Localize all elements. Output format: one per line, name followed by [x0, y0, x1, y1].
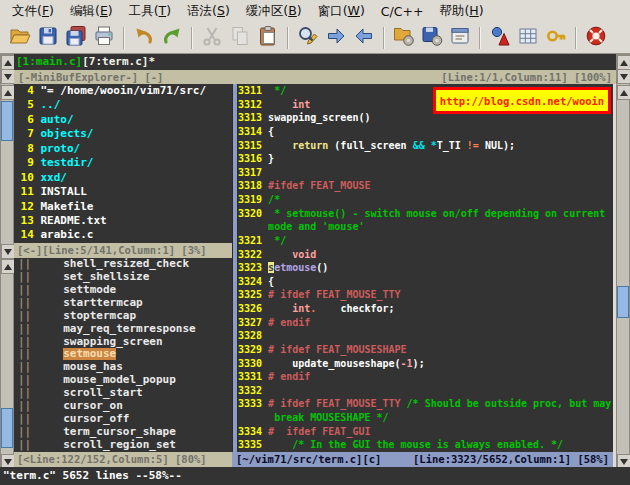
- taglist-item[interactable]: ||setmouse: [14, 348, 232, 361]
- explorer-entry[interactable]: 12 Makefile: [14, 200, 232, 214]
- save-session-button[interactable]: [418, 24, 446, 51]
- find-next-button[interactable]: [322, 24, 350, 51]
- scroll-down-icon[interactable]: [1, 244, 15, 259]
- explorer-entry[interactable]: 4 "= /home/wooin/vim71/src/: [14, 84, 232, 98]
- open-button[interactable]: [6, 24, 34, 51]
- code-line[interactable]: 3326 int. checkfor;: [238, 302, 613, 316]
- code-line[interactable]: 3321 */: [238, 234, 613, 248]
- left-scrollbar[interactable]: [0, 54, 14, 468]
- load-session-icon: [392, 24, 416, 52]
- file-name: arabic.c: [41, 228, 94, 241]
- line-number: 5: [14, 98, 41, 111]
- taglist-item[interactable]: ||may_req_termresponse: [14, 323, 232, 336]
- taglist-item[interactable]: ||scroll_start: [14, 387, 232, 400]
- taglist-item[interactable]: ||shell_resized_check: [14, 258, 232, 271]
- buffer-tab[interactable]: [1:main.c]: [16, 55, 82, 68]
- paste-button[interactable]: [254, 24, 282, 51]
- make-button[interactable]: [486, 24, 514, 51]
- help-button[interactable]: [582, 24, 610, 51]
- explorer-entry[interactable]: 9 testdir/: [14, 156, 232, 170]
- menu-item-s[interactable]: 语法(S): [179, 1, 238, 22]
- undo-button[interactable]: [130, 24, 158, 51]
- scroll-up-icon[interactable]: [1, 55, 15, 70]
- scrollbar-thumb[interactable]: [1, 408, 13, 448]
- line-number: 3326: [238, 303, 268, 314]
- code-line[interactable]: 3328: [238, 329, 613, 343]
- scrollbar-thumb[interactable]: [1, 101, 13, 141]
- scroll-up-icon[interactable]: [1, 259, 15, 274]
- build-tags-button[interactable]: [514, 24, 542, 51]
- find-prev-button[interactable]: [350, 24, 378, 51]
- code-line[interactable]: 3325 # ifdef FEAT_MOUSE_TTY: [238, 288, 613, 302]
- explorer-entry[interactable]: 6 auto/: [14, 113, 232, 127]
- code-line-wrap[interactable]: break MOUSESHAPE */: [238, 411, 613, 425]
- scroll-down-icon[interactable]: [617, 69, 630, 84]
- taglist-item[interactable]: ||cursor_on: [14, 400, 232, 413]
- find-replace-button[interactable]: [294, 24, 322, 51]
- code-line[interactable]: 3324 {: [238, 275, 613, 289]
- code-token: */: [268, 235, 286, 246]
- tag-jump-button[interactable]: [542, 24, 570, 51]
- taglist-item[interactable]: ||mouse_has: [14, 361, 232, 374]
- code-line[interactable]: 3331 # endif: [238, 370, 613, 384]
- menu-item-t[interactable]: 工具(T): [121, 1, 179, 22]
- menu-item-b[interactable]: 缓冲区(B): [238, 1, 310, 22]
- code-line[interactable]: 3320 * setmouse() - switch mouse on/off …: [238, 207, 613, 221]
- run-script-button[interactable]: [446, 24, 474, 51]
- code-line[interactable]: 3315 return (full_screen && *T_TI != NUL…: [238, 139, 613, 153]
- taglist-item[interactable]: ||stoptermcap: [14, 310, 232, 323]
- explorer-entry[interactable]: 5 ../: [14, 98, 232, 112]
- code-line-wrap[interactable]: mode and 'mouse': [238, 220, 613, 234]
- code-token: # endif: [268, 371, 310, 382]
- code-line[interactable]: 3316 }: [238, 152, 613, 166]
- menu-item-f[interactable]: 文件(F): [4, 1, 62, 22]
- code-line[interactable]: 3335 /* In the GUI the mouse is always e…: [238, 438, 613, 452]
- redo-button[interactable]: [158, 24, 186, 51]
- taglist-item[interactable]: ||swapping_screen: [14, 336, 232, 349]
- right-scrollbar[interactable]: [616, 54, 630, 468]
- explorer-entry[interactable]: 11 INSTALL: [14, 185, 232, 199]
- taglist-item[interactable]: ||scroll_region_set: [14, 439, 232, 452]
- code-line[interactable]: 3330 update_mouseshape(-1);: [238, 357, 613, 371]
- code-line[interactable]: 3333 # ifdef FEAT_MOUSE_TTY /* Should be…: [238, 397, 613, 411]
- code-line[interactable]: 3332: [238, 384, 613, 398]
- print-button[interactable]: [90, 24, 118, 51]
- explorer-entry[interactable]: 14 arabic.c: [14, 228, 232, 242]
- load-session-button[interactable]: [390, 24, 418, 51]
- code-line[interactable]: 3327 # endif: [238, 316, 613, 330]
- explorer-entry[interactable]: 13 README.txt: [14, 214, 232, 228]
- scrollbar-thumb[interactable]: [617, 286, 629, 318]
- menu-item-h[interactable]: 帮助(H): [431, 1, 491, 22]
- taglist-item[interactable]: ||cursor_off: [14, 413, 232, 426]
- buffer-tab[interactable]: [7:term.c]*: [82, 55, 155, 68]
- directory-name: auto/: [41, 113, 74, 126]
- menu-item-e[interactable]: 编辑(E): [62, 1, 121, 22]
- explorer-entry[interactable]: 7 objects/: [14, 127, 232, 141]
- tag-name: settmode: [63, 284, 116, 296]
- scroll-up-icon[interactable]: [1, 85, 15, 100]
- scroll-up-icon[interactable]: [617, 85, 630, 100]
- taglist-item[interactable]: ||mouse_model_popup: [14, 374, 232, 387]
- scroll-down-icon[interactable]: [1, 69, 15, 84]
- code-line[interactable]: 3318 #ifdef FEAT_MOUSE: [238, 179, 613, 193]
- taglist-item[interactable]: ||term_cursor_shape: [14, 426, 232, 439]
- code-line[interactable]: 3323 setmouse(): [238, 261, 613, 275]
- code-line[interactable]: 3319 /*: [238, 193, 613, 207]
- code-line[interactable]: 3329 # ifdef FEAT_MOUSESHAPE: [238, 343, 613, 357]
- save-all-button[interactable]: [62, 24, 90, 51]
- code-line[interactable]: 3314 {: [238, 125, 613, 139]
- taglist-item[interactable]: ||set_shellsize: [14, 271, 232, 284]
- line-number: [238, 412, 268, 423]
- taglist-item[interactable]: ||settmode: [14, 284, 232, 297]
- code-line[interactable]: 3334 # ifdef FEAT_GUI: [238, 425, 613, 439]
- taglist-item[interactable]: ||starttermcap: [14, 297, 232, 310]
- code-line[interactable]: 3322 void: [238, 248, 613, 262]
- save-session-icon: [420, 24, 444, 52]
- scroll-up-icon[interactable]: [617, 55, 630, 70]
- menu-item-w[interactable]: 窗口(W): [310, 1, 373, 22]
- menu-item-cc++[interactable]: C/C++: [373, 2, 432, 21]
- save-button[interactable]: [34, 24, 62, 51]
- explorer-entry[interactable]: 10 xxd/: [14, 171, 232, 185]
- explorer-entry[interactable]: 8 proto/: [14, 142, 232, 156]
- code-line[interactable]: 3317: [238, 166, 613, 180]
